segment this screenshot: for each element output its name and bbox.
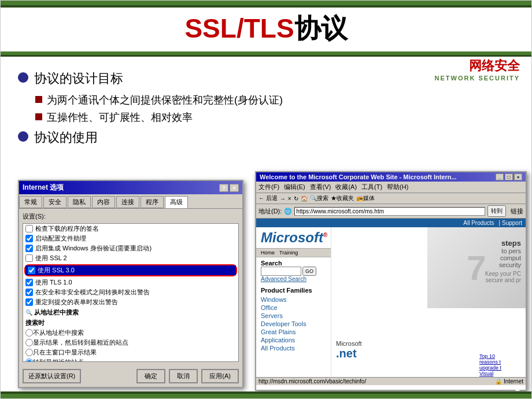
product-families-label: Product Families xyxy=(261,287,326,294)
checkbox-7[interactable] xyxy=(25,289,33,296)
close-browser-btn[interactable]: × xyxy=(514,173,522,180)
checkbox-4[interactable] xyxy=(25,254,33,262)
ms-logo: Microsoft® xyxy=(261,230,326,246)
bullet-2-dot xyxy=(18,131,28,142)
content-area: 协议的设计目标 为两个通讯个体之间提供保密性和完整性(身份认证) 互操作性、可扩… xyxy=(18,70,520,152)
radio-1[interactable] xyxy=(25,329,33,337)
top10-link-2[interactable]: reasons t xyxy=(479,359,526,365)
settings-text-4: 使用 SSL 2 xyxy=(35,254,67,263)
search-icon-small: 🔍 xyxy=(25,309,32,316)
checkbox-2[interactable] xyxy=(25,235,33,242)
tab-privacy[interactable]: 隐私 xyxy=(68,196,91,208)
sub-bullet-2-text: 互操作性、可扩展性、相对效率 xyxy=(47,110,193,124)
dialog-titlebar: Internet 选项 ? × xyxy=(19,181,242,194)
search-row: GO xyxy=(261,267,326,276)
top10-link-1[interactable]: Top 10 xyxy=(479,353,526,359)
tab-security[interactable]: 安全 xyxy=(43,196,66,208)
menu-tools[interactable]: 工具(T) xyxy=(361,183,382,191)
settings-text-8: 重定到提交的表单时发出警告 xyxy=(35,298,118,306)
product-great-plains[interactable]: Great Plains xyxy=(261,328,326,336)
menu-help[interactable]: 帮助(H) xyxy=(387,183,408,191)
tab-general[interactable]: 常规 xyxy=(19,196,42,208)
product-applications[interactable]: Applications xyxy=(261,336,326,344)
menu-view[interactable]: 查看(V) xyxy=(310,183,331,191)
product-all[interactable]: All Products xyxy=(261,344,326,352)
nav-training[interactable]: Training xyxy=(279,250,298,256)
search-option-2: 显示结果，然后转到最相近的站点 xyxy=(23,338,238,348)
browser-content: All Products | Support Microsoft® Home T… xyxy=(256,219,526,385)
ok-btn[interactable]: 确定 xyxy=(136,369,165,383)
slide-number: 2 xyxy=(515,383,520,393)
radio-3[interactable] xyxy=(25,349,33,356)
product-office[interactable]: Office xyxy=(261,304,326,312)
tab-advanced[interactable]: 高级 xyxy=(165,196,188,208)
bullet-2-text: 协议的使用 xyxy=(34,129,98,146)
settings-text-1: 检查下载的程序的签名 xyxy=(35,224,99,233)
media-btn[interactable]: 📻媒体 xyxy=(356,194,375,202)
cancel-btn[interactable]: 取消 xyxy=(169,369,198,383)
checkbox-3[interactable] xyxy=(25,245,33,252)
apply-btn[interactable]: 应用(A) xyxy=(201,369,239,383)
advanced-search-link[interactable]: Advanced Search xyxy=(261,276,326,282)
minimize-btn[interactable]: _ xyxy=(496,173,504,180)
checkbox-1[interactable] xyxy=(25,225,33,232)
lock-icon: 🔒 xyxy=(495,378,502,385)
search-when: 搜索时 xyxy=(23,318,238,328)
product-windows[interactable]: Windows xyxy=(261,295,326,304)
menu-edit[interactable]: 编辑(E) xyxy=(284,183,305,191)
stop-btn[interactable]: × xyxy=(288,195,291,202)
settings-item-5: 使用 SSL 3.0 xyxy=(25,265,236,275)
checkbox-6[interactable] xyxy=(25,279,33,286)
product-servers[interactable]: Servers xyxy=(261,312,326,320)
all-products-link[interactable]: All Products xyxy=(463,220,494,226)
top10-link-4[interactable]: Visual xyxy=(479,371,526,376)
browser-statusbar: http://msdn.microsoft.com/vbasic/techinf… xyxy=(256,377,526,385)
settings-list[interactable]: 检查下载的程序的签名 启动配置文件助理 启用集成 Windows 身份验证(需要… xyxy=(23,223,239,362)
action-buttons: 确定 取消 应用(A) xyxy=(136,369,239,383)
browser-title: Welcome to the Microsoft Corporate Web S… xyxy=(260,173,457,180)
checkbox-8[interactable] xyxy=(25,298,33,306)
search-field[interactable] xyxy=(261,267,301,276)
bullet-1-dot xyxy=(18,72,28,83)
sub-bullet-2: 互操作性、可扩展性、相对效率 xyxy=(35,110,520,124)
links-btn[interactable]: 链接 xyxy=(511,207,523,216)
ms-logo-sup: ® xyxy=(323,232,327,238)
address-label: 地址(D): xyxy=(258,207,282,216)
go-button[interactable]: 转到 xyxy=(487,205,506,217)
settings-item-8: 重定到提交的表单时发出警告 xyxy=(23,297,238,307)
settings-label: 设置(S): xyxy=(23,212,239,221)
home-btn[interactable]: 🏠 xyxy=(301,195,308,202)
search-toolbar-btn[interactable]: 🔍搜索 xyxy=(310,194,328,202)
product-dev-tools[interactable]: Developer Tools xyxy=(261,320,326,328)
back-btn[interactable]: ← 后退 xyxy=(258,194,278,202)
checkbox-5[interactable] xyxy=(28,267,35,274)
restore-btn[interactable]: 还原默认设置(R) xyxy=(23,369,81,383)
menu-file[interactable]: 文件(F) xyxy=(258,183,279,191)
menu-favorites[interactable]: 收藏(A) xyxy=(335,183,357,191)
forward-btn[interactable]: → xyxy=(280,195,286,202)
refresh-btn[interactable]: ↻ xyxy=(294,195,298,202)
radio-2[interactable] xyxy=(25,339,33,346)
nav-home[interactable]: Home xyxy=(261,250,275,256)
browser-toolbar: ← 后退 → × ↻ 🏠 🔍搜索 ★收藏夹 📻媒体 xyxy=(256,193,526,204)
tab-connections[interactable]: 连接 xyxy=(116,196,139,208)
browser-titlebar-buttons: _ □ × xyxy=(496,173,522,180)
search-label: Search xyxy=(261,260,326,267)
maximize-btn[interactable]: □ xyxy=(505,173,513,180)
support-link[interactable]: | Support xyxy=(499,220,522,226)
search-go-btn[interactable]: GO xyxy=(302,267,316,276)
dialog-title: Internet 选项 xyxy=(23,183,64,193)
search-option-3: 只在主窗口中显示结果 xyxy=(23,348,238,357)
slide: SSL/TLS协议 网络安全 NETWORK SECURITY 协议的设计目标 … xyxy=(0,0,532,399)
top10-link-3[interactable]: upgrade t xyxy=(479,365,526,371)
titlebar-question[interactable]: ? xyxy=(219,184,228,192)
steps-to: to pers xyxy=(485,247,521,254)
favorites-btn[interactable]: ★收藏夹 xyxy=(331,194,354,202)
titlebar-close[interactable]: × xyxy=(230,184,239,192)
tab-programs[interactable]: 程序 xyxy=(141,196,164,208)
address-input[interactable] xyxy=(294,207,485,216)
sub-bullets-1: 为两个通讯个体之间提供保密性和完整性(身份认证) 互操作性、可扩展性、相对效率 xyxy=(35,93,520,124)
top-bar-dark xyxy=(1,5,531,8)
radio-4[interactable] xyxy=(25,359,33,362)
tab-content[interactable]: 内容 xyxy=(92,196,115,208)
